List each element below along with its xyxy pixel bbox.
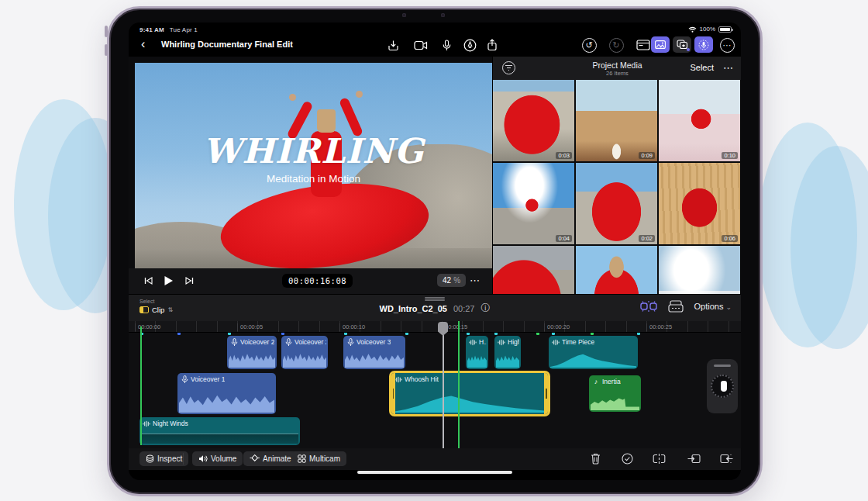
media-thumbnail[interactable]: 0:06 [659,163,740,244]
trim-handle[interactable] [393,389,394,399]
audio-waveform [467,351,487,368]
more-button[interactable]: ⋯ [719,37,735,53]
viewer-more-button[interactable]: ⋯ [470,275,480,286]
media-thumbnail[interactable] [493,246,574,294]
volume-button-dock[interactable]: Volume [192,451,243,466]
import-button[interactable] [385,37,401,53]
jog-drag-handle[interactable] [714,365,731,367]
jog-knob[interactable] [721,381,727,392]
info-icon[interactable]: ⓘ [480,302,490,315]
inspect-button[interactable]: Inspect [140,451,188,466]
options-button[interactable]: Options⌄ [694,302,732,311]
media-thumbnail[interactable]: 0:09 [576,80,657,161]
play-button[interactable] [161,275,175,287]
media-thumbnail[interactable]: 0:04 [493,163,574,244]
home-indicator[interactable] [357,471,512,474]
project-title: Whirling Documentary Final Edit [161,40,293,49]
camera-button[interactable] [413,37,429,53]
thumbnail-duration: 0:03 [556,152,572,159]
delete-button[interactable] [588,452,602,465]
keyframe-diamond-icon [250,454,260,463]
timeline-tracks[interactable]: Voiceover 2Voiceover 2Voiceover 3H…High…… [129,333,741,448]
timeline-clip-voiceover-1[interactable]: Voiceover 1 [177,373,276,414]
zoom-level[interactable]: 42% [437,274,466,287]
trim-handle[interactable] [546,389,547,399]
thumbnail-duration: 0:10 [722,152,738,159]
media-browser-panel: Project Media 26 Items Select ⋯ 0:030:09… [492,57,741,294]
playhead-line[interactable] [443,323,444,448]
clip-marker [494,333,498,335]
panel-drag-handle[interactable] [425,297,445,301]
note-icon: ♪ [592,378,600,385]
media-grid: 0:030:090:100:040:020:06 [493,80,741,294]
clip-marker [405,333,408,335]
timeline-clip-h-[interactable]: H… [466,336,488,369]
clip-label: Voiceover 2 [294,338,326,346]
grid-icon [298,454,306,463]
connect-clip-icon[interactable] [668,300,684,313]
timeline-clip-voiceover-2[interactable]: Voiceover 2 [227,336,277,369]
enable-clip-button[interactable] [620,452,634,465]
app-screen: 9:41 AMTue Apr 1 100% ‹ Whirling Documen… [129,22,741,480]
browser-layout-button[interactable] [636,37,651,53]
timeline-clip-time-piece[interactable]: Time Piece [549,336,638,369]
animate-button[interactable]: Animate [243,451,298,466]
magnetic-timeline-icon[interactable] [640,300,657,313]
timeline-ruler[interactable]: 00:00:0000:00:0500:00:1000:00:1500:00:20… [129,321,741,333]
ruler-label: 00:00:00 [135,323,160,331]
jog-wheel-panel[interactable] [707,359,738,413]
share-button[interactable] [484,37,500,53]
timeline-clip-high-[interactable]: High… [494,336,521,369]
microphone-button[interactable] [439,37,454,53]
ipad-device: 9:41 AMTue Apr 1 100% ‹ Whirling Documen… [107,6,763,496]
audio-waveform [141,434,298,444]
clip-marker [228,333,231,335]
wave-icon [552,338,560,346]
volume-button [105,44,108,56]
wave-icon [498,338,505,346]
append-clip-button[interactable] [719,452,733,465]
clip-marker [536,333,539,335]
clock: 9:41 AMTue Apr 1 [140,26,198,33]
timeline-clip-inertia[interactable]: ♪Inertia [589,375,641,412]
audio-waveform [591,392,639,410]
media-thumbnail[interactable]: 0:03 [493,80,574,161]
media-thumbnail[interactable] [576,246,657,294]
multicam-button[interactable]: Multicam [291,451,346,466]
media-thumbnail[interactable] [659,246,740,294]
media-more-button[interactable]: ⋯ [723,62,734,74]
mic-icon [346,338,354,346]
selected-clip-duration: 00:27 [453,304,475,313]
video-preview[interactable]: WHIRLING Meditation in Motion [135,63,492,268]
timeline-clip-night-winds[interactable]: Night Winds [140,417,300,445]
clip-label: High… [508,338,519,346]
timeline-clip-voiceover-3[interactable]: Voiceover 3 [343,336,405,369]
clip-label: Voiceover 2 [240,338,274,346]
clip-label: Voiceover 3 [356,338,391,346]
timeline-clip-whoosh-hit[interactable]: Whoosh Hit [391,373,548,414]
skip-to-start-button[interactable] [141,275,155,287]
media-thumbnail[interactable]: 0:10 [659,80,740,161]
voiceover-button[interactable] [694,36,713,53]
select-button[interactable]: Select [690,63,714,72]
effects-badge [687,48,690,51]
media-thumbnail[interactable]: 0:02 [576,163,657,244]
viewer-panel: WHIRLING Meditation in Motion 00:00:16:0… [129,57,492,294]
jog-dial[interactable] [711,375,734,398]
media-browser-button[interactable] [651,36,670,53]
timecode-display[interactable]: 00:00:16:08 [282,274,353,288]
back-button[interactable]: ‹ [141,36,145,53]
pencil-button[interactable] [462,37,477,53]
wave-icon [469,338,477,346]
insert-clip-button[interactable] [687,452,701,465]
clip-label: Voiceover 1 [191,375,225,383]
wifi-icon [688,26,697,33]
undo-button[interactable]: ↺ [581,37,597,53]
timeline-clip-voiceover-2[interactable]: Voiceover 2 [281,336,328,369]
skip-to-end-button[interactable] [182,275,196,287]
split-clip-button[interactable] [652,452,666,465]
dock-divider [183,453,184,465]
clip-label: Inertia [602,378,621,385]
effects-button[interactable] [673,36,691,53]
redo-button[interactable]: ↻ [608,37,624,53]
